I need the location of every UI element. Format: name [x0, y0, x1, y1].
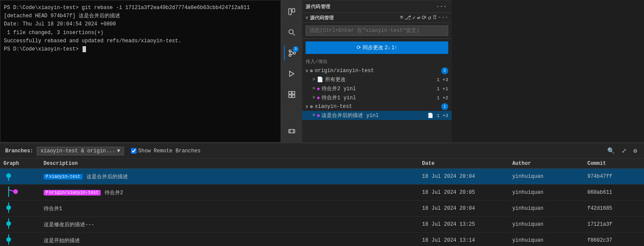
branches-section: Branches: xiaoyin-test & origin... ▼ [5, 147, 124, 155]
graph-table-header: Graph Description Date Author Commit [0, 159, 644, 169]
graph-cell-4 [0, 217, 40, 233]
col-graph: Graph [0, 159, 40, 169]
graph-table-body: P xiaoyin-test 这是合并后的描述 18 Jul 2024 20:0… [0, 169, 644, 246]
branch-tag-origin: P origin/xiaoyin-test [44, 190, 101, 196]
svg-rect-12 [292, 91, 295, 94]
branches-value: xiaoyin-test & origin... [41, 148, 115, 154]
sync-button[interactable]: ⟳ 同步更改 2↓ 1↑ [306, 41, 448, 54]
desc-cell-5: 这是开始的描述 [40, 233, 419, 246]
table-row[interactable]: P xiaoyin-test 这是合并后的描述 18 Jul 2024 20:0… [0, 169, 644, 185]
terminal-panel: PS D:\Code\xiaoyin-test> git rebase -i 1… [0, 0, 281, 142]
pending-merge-1-diff: 1 +2 [437, 95, 448, 101]
xiaoyin-test-branch-item[interactable]: ∨ ⊕ xiaoyin-test 1 [302, 102, 452, 111]
svg-point-25 [6, 205, 11, 210]
svg-rect-13 [289, 95, 291, 98]
pending-merge-1-label: 待合并1 yinl [322, 94, 435, 101]
branches-label: Branches: [5, 148, 33, 154]
desc-icon: ◆ [317, 112, 320, 119]
settings-graph-icon[interactable]: ⚙ [632, 146, 639, 155]
xiaoyin-test-label: xiaoyin-test [315, 104, 441, 110]
merge-desc-label: 这是合并后的描述 yinl [322, 112, 427, 119]
graph-toolbar: Branches: xiaoyin-test & origin... ▼ Sho… [0, 143, 644, 159]
merge1-icon: ◆ [317, 95, 320, 101]
sidebar-icon-debug[interactable] [284, 66, 300, 82]
sc-title: 源代码管理 [306, 3, 331, 10]
sc-refresh-icon[interactable]: ↺ [428, 14, 431, 21]
merge2-icon: ◆ [317, 85, 320, 92]
pending-merge-2-diff: 1 +1 [437, 86, 448, 91]
pending-merge-1-item[interactable]: > ◆ 待合并1 yinl 1 +2 [302, 93, 452, 102]
date-cell-1: 18 Jul 2024 20:04 [419, 169, 509, 185]
sc-history-icon[interactable]: ⟳ [422, 14, 427, 21]
graph-cell-5 [0, 233, 40, 246]
author-cell-1: yinhuiquan [509, 169, 584, 185]
sc-subheader-title: 源代码管理 [310, 15, 334, 21]
sc-more-icon[interactable]: ⠿ [433, 14, 437, 21]
sc-overflow-icon[interactable]: ··· [438, 14, 448, 21]
svg-rect-1 [292, 9, 295, 12]
table-row[interactable]: P origin/xiaoyin-test 待合并2 18 Jul 2024 2… [0, 185, 644, 201]
sc-diff-icon[interactable]: ⇌ [417, 14, 421, 21]
incoming-outgoing-label: 传入/传出 [302, 57, 452, 66]
source-control-badge: 3 [293, 46, 299, 52]
all-changes-diff: 1 +3 [437, 77, 448, 82]
terminal-line-3: Date: Thu Jul 18 20:04:54 2024 +0800 [4, 20, 277, 28]
sc-subheader-chevron[interactable]: ∨ [306, 15, 308, 20]
graph-svg-3 [3, 202, 25, 213]
date-cell-2: 18 Jul 2024 20:05 [419, 185, 509, 201]
commit-cell-5: f8602c37 [584, 233, 644, 246]
col-commit: Commit [584, 159, 644, 169]
terminal-line-5: Successfully rebased and updated refs/he… [4, 37, 277, 45]
commit-cell-3: f42d1685 [584, 201, 644, 217]
xiaoyin-test-count: 1 [441, 103, 448, 110]
file-icon: 📄 [317, 76, 323, 83]
branch-origin-item[interactable]: ∨ ⊕ origin/xiaoyin-test 2 [302, 66, 452, 75]
graph-svg-4 [3, 218, 25, 229]
sidebar-icon-explorer[interactable] [284, 4, 300, 19]
sidebar-icon-search[interactable] [284, 25, 300, 40]
sc-branch-icon[interactable]: ⎇ [405, 14, 411, 21]
commit-cell-1: 974b47ff [584, 169, 644, 185]
merge-desc-diff: 1 +3 [437, 113, 448, 118]
graph-table: Graph Description Date Author Commit [0, 159, 644, 246]
sc-header: 源代码管理 ··· [302, 0, 452, 13]
svg-rect-0 [289, 9, 291, 15]
desc-cell-4: 这是修改后的描述--- [40, 217, 419, 233]
more-options-icon[interactable]: ··· [435, 2, 448, 11]
sidebar-icon-source-control[interactable]: 3 [284, 45, 300, 61]
sidebar-icon-remote[interactable] [284, 123, 300, 139]
svg-point-29 [6, 237, 11, 242]
table-row[interactable]: 这是开始的描述 18 Jul 2024 13:14 yinhuiquan f86… [0, 233, 644, 246]
svg-point-27 [6, 221, 11, 226]
table-row[interactable]: 这是修改后的描述--- 18 Jul 2024 13:25 yinhuiquan… [0, 217, 644, 233]
dropdown-arrow-icon: ▼ [117, 148, 120, 154]
col-description: Description [40, 159, 419, 169]
all-changes-item[interactable]: > 📄 所有更改 1 +3 [302, 75, 452, 84]
branches-dropdown[interactable]: xiaoyin-test & origin... ▼ [37, 147, 124, 155]
svg-marker-10 [290, 71, 294, 76]
show-remote-checkbox[interactable] [131, 148, 137, 154]
table-row[interactable]: 待合并1 18 Jul 2024 20:04 yinhuiquan f42d16… [0, 201, 644, 217]
author-cell-3: yinhuiquan [509, 201, 584, 217]
terminal-line-4: 1 file changed, 3 insertions(+) [4, 29, 277, 37]
branch-origin-label: origin/xiaoyin-test [315, 68, 441, 74]
sc-list-view-icon[interactable]: ≡ [400, 14, 403, 21]
commit-message-input[interactable] [306, 25, 448, 36]
sidebar-icon-extensions[interactable] [284, 87, 300, 102]
pending-merge-2-item[interactable]: > ◆ 待合并2 yinl 1 +1 [302, 84, 452, 93]
changes-arrow: > [312, 77, 315, 82]
graph-cell-2 [0, 185, 40, 201]
branch-origin-count: 2 [441, 67, 448, 74]
desc-text-3: 待合并1 [44, 206, 62, 212]
desc-cell-1: P xiaoyin-test 这是合并后的描述 [40, 169, 419, 185]
search-graph-icon[interactable]: 🔍 [606, 146, 616, 155]
sc-subheader: ∨ 源代码管理 ≡ ⎇ ✓ ⇌ ⟳ ↺ ⠿ ··· [302, 13, 452, 23]
desc-cell-3: 待合并1 [40, 201, 419, 217]
sc-check-icon[interactable]: ✓ [412, 14, 416, 21]
merge-desc-item[interactable]: > ◆ 这是合并后的描述 yinl 📄 1 +3 [302, 111, 452, 120]
graph-svg-5 [3, 234, 25, 245]
toolbar-right-icons: 🔍 ⤢ ⚙ [606, 146, 639, 155]
svg-rect-15 [289, 129, 295, 133]
author-cell-4: yinhuiquan [509, 217, 584, 233]
expand-graph-icon[interactable]: ⤢ [620, 146, 628, 155]
